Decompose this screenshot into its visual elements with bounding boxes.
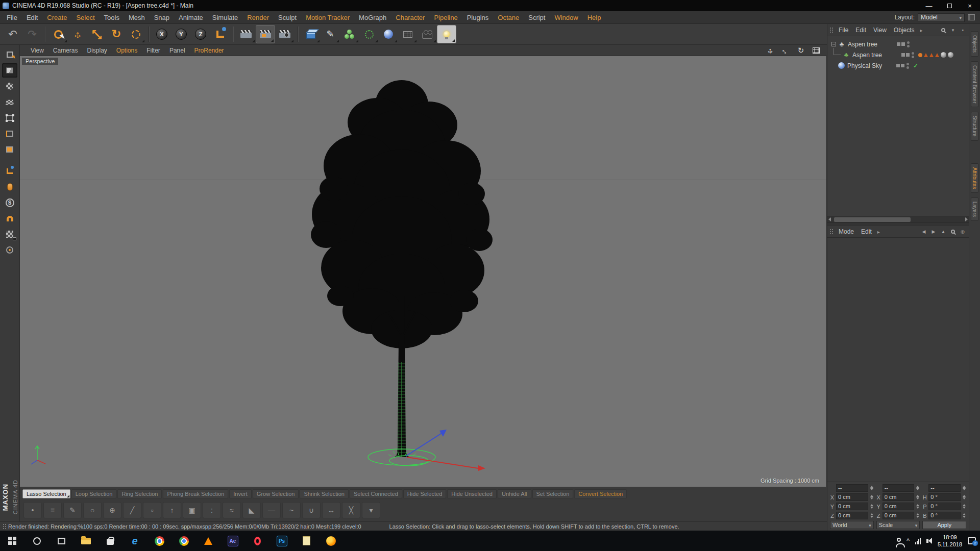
primitive-cube-icon[interactable] xyxy=(301,25,321,43)
chrome-profile-button[interactable] xyxy=(172,531,196,551)
spinner-icon[interactable] xyxy=(916,504,920,509)
render-picture-viewer-icon[interactable] xyxy=(256,25,275,43)
enabled-check-icon[interactable]: ✓ xyxy=(913,62,918,69)
scroll-left-icon[interactable] xyxy=(828,217,831,221)
extrude-icon[interactable]: ↑ xyxy=(163,502,181,518)
layout-dropdown[interactable]: Model xyxy=(918,13,965,22)
object-row-aspen-tree-child[interactable]: ♣ Aspen tree xyxy=(827,49,969,60)
select-connected-button[interactable]: Select Connected xyxy=(350,489,402,498)
vp-menu-panel[interactable]: Panel xyxy=(165,47,190,54)
enable-dots[interactable] xyxy=(906,63,909,69)
network-icon[interactable] xyxy=(915,538,921,544)
scene-canvas[interactable] xyxy=(20,56,827,487)
object-label[interactable]: Aspen tree xyxy=(848,41,895,48)
vp-menu-cameras[interactable]: Cameras xyxy=(48,47,83,54)
split-icon[interactable]: ╳ xyxy=(342,502,360,518)
menu-script[interactable]: Script xyxy=(524,14,550,21)
panel-grip-icon[interactable] xyxy=(829,27,834,33)
vp-menu-view[interactable]: View xyxy=(26,47,48,54)
create-point-icon[interactable]: • xyxy=(23,502,42,518)
menu-motion-tracker[interactable]: Motion Tracker xyxy=(301,14,354,21)
history-back-icon[interactable]: ◀ xyxy=(920,228,928,236)
move-icon[interactable]: ↔↕ xyxy=(68,25,87,43)
vp-menu-filter[interactable]: Filter xyxy=(142,47,165,54)
spinner-icon[interactable] xyxy=(916,486,920,490)
object-label[interactable]: Aspen tree xyxy=(852,52,899,59)
size-x-field[interactable]: 0 cm xyxy=(883,493,915,501)
texture-mode-icon[interactable] xyxy=(2,79,17,93)
visibility-toggles[interactable] xyxy=(901,53,910,57)
rot-b-field[interactable]: 0 ° xyxy=(928,512,961,519)
layout-palette-icon[interactable] xyxy=(968,14,975,20)
menu-create[interactable]: Create xyxy=(42,14,71,21)
am-track-icon[interactable]: ◎ xyxy=(959,228,967,236)
viewport-zoom-icon[interactable]: ↔ xyxy=(778,43,793,57)
enable-dots[interactable] xyxy=(907,41,910,47)
brush-icon[interactable]: ✎ xyxy=(63,502,82,518)
object-row-aspen-tree-parent[interactable]: ♣ Aspen tree xyxy=(827,39,969,49)
x-axis-lock-icon[interactable]: X xyxy=(152,25,172,43)
am-search-icon[interactable] xyxy=(949,228,957,236)
material-tag-icon[interactable] xyxy=(941,52,946,58)
enable-snap-icon[interactable] xyxy=(2,211,17,226)
selection-tag-icon[interactable] xyxy=(935,53,939,57)
redo-icon[interactable]: ↷ xyxy=(22,25,42,43)
start-button[interactable] xyxy=(0,531,24,551)
visibility-toggles[interactable] xyxy=(896,64,904,67)
spinner-icon[interactable] xyxy=(916,495,920,499)
object-manager[interactable]: ♣ Aspen tree ♣ Aspen tree Physic xyxy=(827,36,969,216)
enable-axis-icon[interactable] xyxy=(2,164,17,178)
selection-tag-icon[interactable] xyxy=(924,53,928,57)
maximize-button[interactable] xyxy=(939,0,960,11)
points-mode-icon[interactable] xyxy=(2,111,17,125)
task-view-button[interactable] xyxy=(49,531,74,551)
camera-icon[interactable] xyxy=(418,25,437,43)
attribute-manager[interactable] xyxy=(827,238,969,482)
rot-h-field[interactable]: 0 ° xyxy=(928,493,961,501)
close-button[interactable]: × xyxy=(960,0,980,11)
grow-selection-button[interactable]: Grow Selection xyxy=(253,489,299,498)
store-button[interactable] xyxy=(98,531,122,551)
apply-button[interactable]: Apply xyxy=(922,521,966,529)
render-settings-icon[interactable] xyxy=(275,25,295,43)
vp-menu-prorender[interactable]: ProRender xyxy=(190,47,229,54)
menu-select[interactable]: Select xyxy=(71,14,99,21)
material-tag-icon[interactable] xyxy=(948,52,953,58)
invert-button[interactable]: Invert xyxy=(229,489,252,498)
quantize-icon[interactable] xyxy=(2,243,17,257)
documents-button[interactable] xyxy=(294,531,318,551)
minimize-button[interactable]: — xyxy=(919,0,939,11)
convert-selection-button[interactable]: Convert Selection xyxy=(574,489,627,498)
array-grid-icon[interactable] xyxy=(398,25,418,43)
spinner-icon[interactable] xyxy=(870,486,874,490)
size-y-field[interactable]: 0 cm xyxy=(883,503,915,510)
om-menu-view[interactable]: View xyxy=(870,27,890,34)
rot-p-field[interactable]: 0 ° xyxy=(928,503,961,510)
chrome-button[interactable] xyxy=(147,531,172,551)
tab-attributes[interactable]: Attributes xyxy=(971,163,978,193)
pos-x-field[interactable]: 0 cm xyxy=(836,493,868,501)
pos-y-field[interactable]: 0 cm xyxy=(836,503,868,510)
live-selection-icon[interactable] xyxy=(48,25,68,43)
action-center-icon[interactable]: 2 xyxy=(968,537,976,544)
object-tags[interactable] xyxy=(918,52,953,58)
stitch-and-sew-icon[interactable]: ~ xyxy=(282,502,301,518)
object-label[interactable]: Physical Sky xyxy=(847,62,894,69)
tweak-mode-icon[interactable] xyxy=(2,180,17,194)
lasso-selection-button[interactable]: Lasso Selection xyxy=(22,489,70,498)
snap-settings-icon[interactable]: S xyxy=(2,195,17,210)
shrink-selection-button[interactable]: Shrink Selection xyxy=(300,489,349,498)
close-polygon-hole-icon[interactable]: ○ xyxy=(83,502,102,518)
object-row-physical-sky[interactable]: Physical Sky ✓ xyxy=(827,60,969,71)
menu-plugins[interactable]: Plugins xyxy=(462,14,494,21)
menu-pipeline[interactable]: Pipeline xyxy=(429,14,462,21)
cortana-search-button[interactable] xyxy=(24,531,49,551)
connect-icon[interactable]: ⊕ xyxy=(103,502,121,518)
slide-icon[interactable]: ↔ xyxy=(322,502,340,518)
vlc-button[interactable] xyxy=(196,531,220,551)
am-menu-mode[interactable]: Mode xyxy=(835,228,857,235)
spinner-icon[interactable] xyxy=(870,513,874,518)
smooth-shift-icon[interactable]: ≈ xyxy=(223,502,241,518)
deformer-icon[interactable] xyxy=(359,25,379,43)
viewport-rotate-icon[interactable]: ↻ xyxy=(795,46,806,55)
